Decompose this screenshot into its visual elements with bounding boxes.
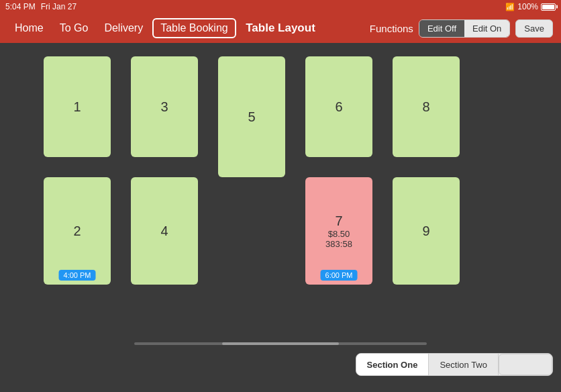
status-date: Fri Jan 27: [41, 2, 76, 11]
edit-on-button[interactable]: Edit On: [464, 20, 509, 37]
nav-right: Functions Edit Off Edit On Save: [370, 19, 553, 38]
table-time-badge-7: 6:00 PM: [321, 270, 358, 281]
wifi-icon: 📶: [505, 3, 515, 11]
table-number-3: 3: [160, 99, 168, 115]
nav-table-booking[interactable]: Table Booking: [152, 18, 236, 38]
table-6[interactable]: 6: [305, 56, 372, 157]
table-number-4: 4: [160, 224, 168, 239]
table-3[interactable]: 3: [131, 56, 198, 157]
nav-delivery[interactable]: Delivery: [97, 19, 150, 37]
table-number-9: 9: [422, 224, 429, 239]
page-title: Table Layout: [246, 21, 315, 35]
table-4[interactable]: 4: [131, 177, 198, 285]
nav-bar: Home To Go Delivery Table Booking Table …: [0, 13, 561, 43]
table-number-5: 5: [248, 109, 255, 125]
section-btn-group: Section One Section Two: [356, 353, 553, 376]
scrollbar[interactable]: [134, 342, 427, 345]
table-number-8: 8: [422, 99, 429, 115]
edit-btn-group: Edit Off Edit On: [419, 19, 510, 38]
section-two-button[interactable]: Section Two: [429, 354, 499, 375]
nav-to-go[interactable]: To Go: [53, 19, 95, 37]
table-9[interactable]: 9: [393, 177, 460, 285]
table-timer-7: 383:58: [325, 239, 352, 249]
save-button[interactable]: Save: [515, 19, 553, 38]
tables-area: 1356824:00 PM47$8.50383:586:00 PM9: [0, 43, 561, 357]
table-number-1: 1: [73, 99, 81, 115]
table-2[interactable]: 24:00 PM: [44, 177, 111, 285]
bottom-bar: Section One Section Two: [0, 348, 561, 381]
section-one-button[interactable]: Section One: [356, 354, 429, 375]
section-empty: [499, 354, 552, 375]
edit-off-button[interactable]: Edit Off: [419, 20, 464, 37]
status-time: 5:04 PM: [5, 2, 36, 11]
functions-label: Functions: [370, 23, 413, 34]
table-time-badge-2: 4:00 PM: [59, 270, 96, 281]
nav-links: Home To Go Delivery Table Booking: [8, 18, 236, 38]
table-7[interactable]: 7$8.50383:586:00 PM: [305, 177, 372, 285]
table-8[interactable]: 8: [393, 56, 460, 157]
main-content: 1356824:00 PM47$8.50383:586:00 PM9 Secti…: [0, 43, 561, 381]
table-number-2: 2: [73, 224, 81, 239]
battery-percent: 100%: [517, 2, 538, 11]
nav-home[interactable]: Home: [8, 19, 50, 37]
scrollbar-thumb: [222, 342, 339, 345]
status-bar: 5:04 PM Fri Jan 27 📶 100%: [0, 0, 561, 13]
table-5[interactable]: 5: [218, 56, 285, 177]
table-number-7: 7: [335, 213, 342, 229]
battery-icon: [541, 3, 556, 11]
table-amount-7: $8.50: [328, 229, 350, 239]
table-number-6: 6: [335, 99, 342, 115]
table-1[interactable]: 1: [44, 56, 111, 157]
